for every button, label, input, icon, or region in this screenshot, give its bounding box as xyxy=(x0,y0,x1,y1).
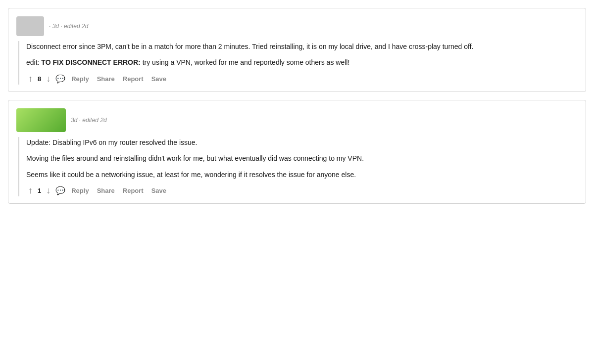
save-button-1[interactable]: Save xyxy=(148,73,169,85)
vote-count-1: 8 xyxy=(38,75,41,83)
edit-bold-text: TO FIX DISCONNECT ERROR: xyxy=(41,58,140,66)
downvote-button-1[interactable]: ↓ xyxy=(44,73,52,84)
share-button-2[interactable]: Share xyxy=(94,185,118,196)
comment-icon-2: 💬 xyxy=(55,186,65,195)
comment-icon-1: 💬 xyxy=(55,74,65,84)
comment-text-1: Disconnect error since 3PM, can't be in … xyxy=(26,41,578,68)
report-button-2[interactable]: Report xyxy=(120,185,147,196)
upvote-button-1[interactable]: ↑ xyxy=(26,73,35,84)
comment-paragraph-2: edit: TO FIX DISCONNECT ERROR: try using… xyxy=(26,57,578,68)
report-button-1[interactable]: Report xyxy=(120,73,147,85)
comment-card-2: 3d · edited 2d Update: Disabling IPv6 on… xyxy=(8,100,586,204)
save-button-2[interactable]: Save xyxy=(148,185,169,196)
comment-paragraph-5: Seems like it could be a networking issu… xyxy=(26,169,578,180)
comment-meta-1: · 3d · edited 2d xyxy=(49,23,88,30)
comment-paragraph-1: Disconnect error since 3PM, can't be in … xyxy=(26,41,578,52)
avatar-2 xyxy=(16,108,66,132)
comment-actions-1: ↑ 8 ↓ 💬 Reply Share Report Save xyxy=(26,73,578,85)
reply-button-1[interactable]: Reply xyxy=(68,73,92,85)
comment-header-1: · 3d · edited 2d xyxy=(16,16,578,36)
reply-button-2[interactable]: Reply xyxy=(68,185,92,196)
share-button-1[interactable]: Share xyxy=(94,73,118,85)
comment-card-1: · 3d · edited 2d Disconnect error since … xyxy=(8,8,586,92)
avatar-1 xyxy=(16,16,44,36)
comment-meta-2: 3d · edited 2d xyxy=(71,117,107,124)
comment-paragraph-3: Update: Disabling IPv6 on my router reso… xyxy=(26,137,578,148)
comment-paragraph-4: Moving the files around and reinstalling… xyxy=(26,153,578,164)
vote-count-2: 1 xyxy=(38,187,41,194)
comment-body-2: Update: Disabling IPv6 on my router reso… xyxy=(18,137,578,196)
comment-header-2: 3d · edited 2d xyxy=(16,108,578,132)
comment-actions-2: ↑ 1 ↓ 💬 Reply Share Report Save xyxy=(26,185,578,196)
downvote-button-2[interactable]: ↓ xyxy=(44,185,52,196)
comment-body-1: Disconnect error since 3PM, can't be in … xyxy=(18,41,578,85)
upvote-button-2[interactable]: ↑ xyxy=(26,185,35,196)
comment-text-2: Update: Disabling IPv6 on my router reso… xyxy=(26,137,578,180)
